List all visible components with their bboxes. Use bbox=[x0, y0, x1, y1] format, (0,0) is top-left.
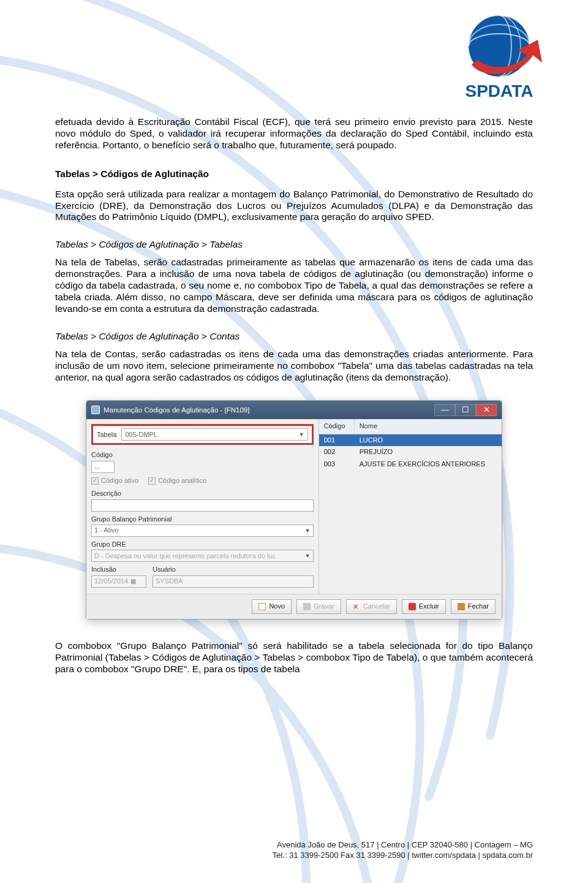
usuario-input[interactable]: SYSDBA bbox=[153, 575, 314, 588]
close-button[interactable]: ✕ bbox=[476, 404, 497, 416]
grid-row[interactable]: 001 LUCRO bbox=[319, 434, 502, 446]
tabela-label: Tabela bbox=[97, 431, 116, 439]
minimize-button[interactable]: — bbox=[434, 404, 455, 416]
codigo-analitico-checkbox[interactable]: ✓Código analítico bbox=[148, 477, 206, 485]
descricao-input[interactable] bbox=[91, 499, 314, 512]
calendar-icon: ▦ bbox=[130, 578, 136, 585]
window-icon bbox=[91, 406, 100, 414]
fechar-button[interactable]: Fechar bbox=[451, 599, 496, 614]
new-icon bbox=[258, 603, 266, 610]
excluir-button[interactable]: Excluir bbox=[402, 599, 446, 614]
footer-address: Avenida João de Deus, 517 | Centro | CEP… bbox=[273, 839, 533, 851]
section-heading: Tabelas > Códigos de Aglutinação bbox=[55, 169, 533, 180]
footer-contact: Tel.: 31 3399-2500 Fax 31 3399-2590 | tw… bbox=[273, 850, 533, 861]
grupo-bp-combobox[interactable]: 1 - Ativo ▼ bbox=[91, 525, 314, 537]
grupo-dre-combobox[interactable]: D - Despesa ou valor que represente parc… bbox=[91, 550, 314, 562]
novo-button[interactable]: Novo bbox=[252, 599, 292, 614]
page-footer: Avenida João de Deus, 517 | Centro | CEP… bbox=[273, 839, 533, 861]
tabela-combobox[interactable]: 005-DMPL ▼ bbox=[121, 428, 307, 441]
grid-row[interactable]: 003 AJUSTE DE EXERCÍCIOS ANTERIORES bbox=[319, 458, 502, 470]
grid-row[interactable]: 002 PREJUÍZO bbox=[319, 446, 502, 458]
inclusao-date-input[interactable]: 12/05/2014 ▦ bbox=[91, 575, 146, 588]
usuario-label: Usuário bbox=[153, 566, 314, 574]
svg-text:SPDATA: SPDATA bbox=[466, 81, 533, 100]
codigo-grid: Código Nome 001 LUCRO 002 PREJUÍZO bbox=[319, 419, 502, 593]
codigo-ativo-checkbox[interactable]: ✓Código ativo bbox=[91, 477, 138, 485]
paragraph: Esta opção será utilizada para realizar … bbox=[55, 189, 533, 224]
cancelar-button[interactable]: ✕ Cancelar bbox=[346, 599, 397, 614]
grupo-dre-label: Grupo DRE bbox=[91, 540, 314, 548]
codigo-label: Código bbox=[91, 451, 314, 459]
titlebar: Manutenção Códigos de Aglutinação - [FN1… bbox=[86, 401, 502, 419]
maximize-button[interactable]: ☐ bbox=[455, 404, 476, 416]
door-icon bbox=[458, 603, 465, 610]
chevron-down-icon: ▼ bbox=[305, 528, 311, 534]
paragraph: Na tela de Contas, serão cadastradas os … bbox=[55, 349, 533, 384]
paragraph: Na tela de Tabelas, serão cadastradas pr… bbox=[55, 257, 533, 315]
subsection-heading: Tabelas > Códigos de Aglutinação > Conta… bbox=[55, 331, 533, 343]
grupo-bp-label: Grupo Balanço Patrimonial bbox=[91, 515, 314, 523]
app-window: Manutenção Códigos de Aglutinação - [FN1… bbox=[86, 400, 502, 619]
spdata-logo: SPDATA bbox=[447, 6, 551, 110]
descricao-label: Descrição bbox=[91, 490, 314, 498]
delete-icon bbox=[409, 603, 416, 610]
inclusao-label: Inclusão bbox=[91, 566, 146, 574]
tabela-highlight-box: Tabela 005-DMPL ▼ bbox=[91, 424, 314, 445]
subsection-heading: Tabelas > Códigos de Aglutinação > Tabel… bbox=[55, 239, 533, 251]
paragraph: O combobox "Grupo Balanço Patrimonial" s… bbox=[55, 640, 533, 675]
paragraph: efetuada devido à Escrituração Contábil … bbox=[55, 116, 533, 151]
window-title: Manutenção Códigos de Aglutinação - [FN1… bbox=[104, 406, 249, 414]
save-icon bbox=[303, 603, 311, 610]
grid-header-codigo: Código bbox=[319, 419, 355, 433]
chevron-down-icon: ▼ bbox=[305, 553, 311, 559]
cancel-icon: ✕ bbox=[353, 603, 360, 610]
gravar-button[interactable]: Gravar bbox=[296, 599, 341, 614]
grid-header-nome: Nome bbox=[355, 419, 502, 433]
codigo-input[interactable]: ... bbox=[91, 461, 115, 473]
chevron-down-icon: ▼ bbox=[299, 431, 304, 438]
